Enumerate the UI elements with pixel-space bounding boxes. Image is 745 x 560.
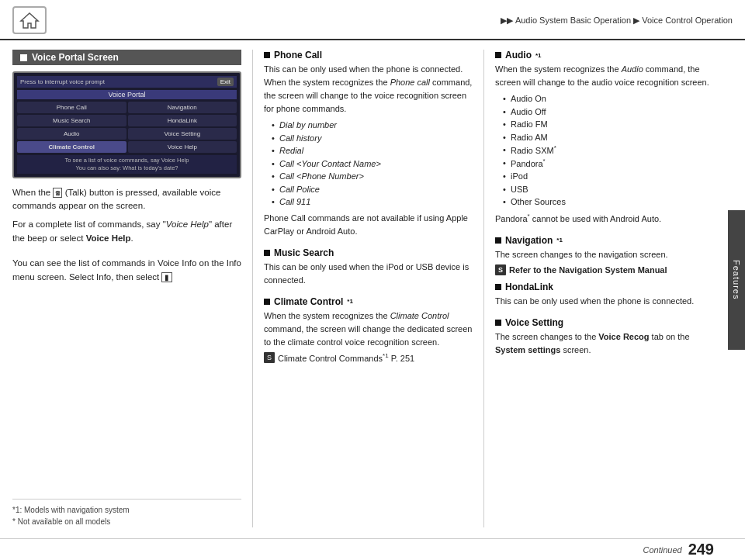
refer-to-nav-manual: S Refer to the Navigation System Manual <box>495 264 709 275</box>
list-item: Radio AM <box>503 131 709 144</box>
left-para1: When the ☎ (Talk) button is pressed, ava… <box>12 186 241 214</box>
list-item: Radio FM <box>503 118 709 131</box>
music-search-section: Music Search This can be only used when … <box>264 247 473 290</box>
home-button[interactable] <box>12 6 47 34</box>
phone-call-list: Dial by number Call history Redial Call … <box>264 119 473 209</box>
list-item: Audio Off <box>503 105 709 119</box>
main-content: Voice Portal Screen Press to interrupt v… <box>0 40 745 534</box>
climate-superscript: *1 <box>347 298 353 305</box>
hondalink-body: This can be only used when the phone is … <box>495 295 709 308</box>
audio-body: When the system recognizes the Audio com… <box>495 63 709 89</box>
hondalink-section: HondaLink This can be only used when the… <box>495 282 709 311</box>
left-para3: You can see the list of commands in Voic… <box>12 257 241 285</box>
left-para2: For a complete list of commands, say "Vo… <box>12 218 241 246</box>
section-bullet-hondalink <box>495 284 501 290</box>
section-bullet-music <box>264 250 270 256</box>
audio-title: Audio*1 <box>495 50 709 60</box>
vp-voice-setting: Voice Setting <box>128 128 237 140</box>
voice-setting-section: Voice Setting The screen changes to the … <box>495 317 709 360</box>
section-bullet <box>20 54 27 61</box>
list-item: Call history <box>272 132 473 145</box>
climate-control-body: When the system recognizes the Climate C… <box>264 309 473 349</box>
right-column: Audio*1 When the system recognizes the A… <box>484 50 733 527</box>
section-bullet-audio <box>495 52 501 58</box>
list-item: iPod <box>503 170 709 183</box>
footnote-1: *1: Models with navigation system <box>12 504 241 516</box>
refer-icon-nav: S <box>495 264 506 275</box>
list-item: Call Police <box>272 183 473 196</box>
navigation-body: The screen changes to the navigation scr… <box>495 248 709 261</box>
left-column: Voice Portal Screen Press to interrupt v… <box>12 50 253 527</box>
footnote-2: * Not available on all models <box>12 516 241 527</box>
list-item: Redial <box>272 144 473 157</box>
audio-note: Pandora* cannot be used with Android Aut… <box>495 212 709 226</box>
vp-hondalink: HondaLink <box>128 115 237 126</box>
section-bullet-nav <box>495 237 501 244</box>
phone-call-note: Phone Call commands are not available if… <box>264 212 473 238</box>
list-item: Call 911 <box>272 195 473 209</box>
voice-setting-title: Voice Setting <box>495 317 709 328</box>
audio-list: Audio On Audio Off Radio FM Radio AM Rad… <box>495 92 709 209</box>
footnote-area: *1: Models with navigation system * Not … <box>12 499 241 527</box>
vp-menu-grid: Phone Call Navigation Music Search Honda… <box>17 102 237 153</box>
page-footer: Continued 249 <box>0 538 745 560</box>
music-search-body: This can be only used when the iPod or U… <box>264 261 473 287</box>
voice-portal-header: Voice Portal Screen <box>12 50 241 65</box>
phone-call-body: This can be only used when the phone is … <box>264 63 473 116</box>
nav-superscript: *1 <box>556 237 563 244</box>
page-number: 249 <box>688 541 714 558</box>
breadcrumb: ▶▶ Audio System Basic Operation ▶ Voice … <box>59 16 733 26</box>
list-item: Radio SXM* <box>503 143 709 157</box>
climate-control-link: S Climate Control Commands*1 P. 251 <box>264 352 473 363</box>
list-item: Other Sources <box>503 195 709 209</box>
svg-marker-0 <box>21 13 38 28</box>
voice-portal-screen-image: Press to interrupt voice prompt Exit Voi… <box>12 71 241 178</box>
list-item: USB <box>503 183 709 196</box>
section-bullet-climate <box>264 299 270 305</box>
audio-section: Audio*1 When the system recognizes the A… <box>495 50 709 229</box>
vp-audio: Audio <box>17 128 126 140</box>
audio-superscript: *1 <box>535 52 542 59</box>
navigation-section: Navigation*1 The screen changes to the n… <box>495 235 709 275</box>
list-item: Call <Phone Number> <box>272 170 473 183</box>
phone-call-title: Phone Call <box>264 50 473 60</box>
home-icon <box>19 12 40 29</box>
middle-column: Phone Call This can be only used when th… <box>253 50 484 527</box>
list-item: Pandora* <box>503 157 709 170</box>
phone-call-section: Phone Call This can be only used when th… <box>264 50 473 241</box>
section-bullet-phone <box>264 52 270 58</box>
list-item: Dial by number <box>272 119 473 132</box>
vp-top-bar: Press to interrupt voice prompt Exit <box>17 76 237 88</box>
refer-icon-climate: S <box>264 352 275 363</box>
vp-climate-control: Climate Control <box>17 141 126 153</box>
continued-label: Continued <box>643 545 681 555</box>
vp-voice-help: Voice Help <box>128 141 237 153</box>
music-search-title: Music Search <box>264 247 473 258</box>
vp-navigation: Navigation <box>128 102 237 113</box>
section-bullet-voicesetting <box>495 320 501 326</box>
vp-music-search: Music Search <box>17 115 126 126</box>
climate-control-section: Climate Control*1 When the system recogn… <box>264 296 473 363</box>
list-item: Call <Your Contact Name> <box>272 157 473 171</box>
voice-setting-body: The screen changes to the Voice Recog ta… <box>495 330 709 357</box>
vp-phone-call: Phone Call <box>17 102 126 113</box>
climate-control-title: Climate Control*1 <box>264 296 473 307</box>
hondalink-title: HondaLink <box>495 282 709 292</box>
vp-bottom-message: To see a list of voice commands, say Voi… <box>17 155 237 174</box>
features-tab: Features <box>728 210 745 350</box>
list-item: Audio On <box>503 92 709 105</box>
navigation-title: Navigation*1 <box>495 235 709 246</box>
vp-title-bar: Voice Portal <box>17 90 237 99</box>
page-header: ▶▶ Audio System Basic Operation ▶ Voice … <box>0 0 745 40</box>
